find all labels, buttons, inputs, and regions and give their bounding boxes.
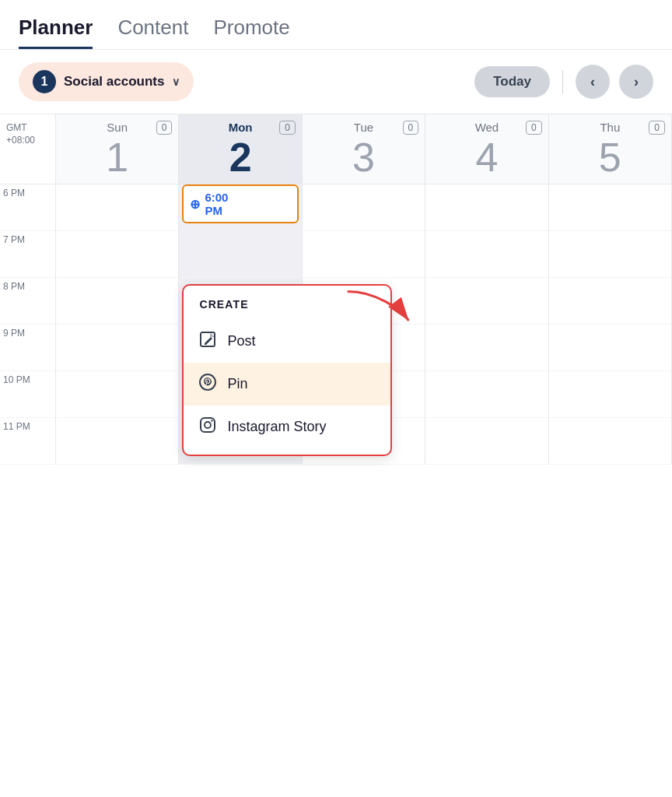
time-slot-11pm: 11 PM [0,418,55,465]
calendar-header: GMT+08:00 Sun 0 1 Mon 0 2 Tue 0 3 Wed 0 … [0,114,672,184]
red-arrow [333,286,426,332]
time-label-11pm: 11 PM [3,421,30,432]
time-slot-9pm: 9 PM [0,325,55,371]
day-header-tue: Tue 0 3 [303,114,425,184]
day-name-sun: Sun [107,121,128,134]
day-count-sun: 0 [156,121,173,135]
chevron-down-icon: ∨ [172,75,180,88]
pinterest-icon [199,374,216,395]
time-slot-6pm: 6 PM [0,184,55,231]
day-count-mon: 0 [279,121,296,135]
day-header-thu: Thu 0 5 [549,114,672,184]
day-number-tue: 3 [352,137,375,177]
time-slot-10pm: 10 PM [0,371,55,418]
social-accounts-count: 1 [33,70,56,93]
svg-point-3 [205,422,211,428]
tab-planner[interactable]: Planner [19,16,93,49]
prev-button[interactable]: ‹ [576,65,610,99]
today-button[interactable]: Today [474,66,550,97]
day-count-wed: 0 [526,121,542,135]
day-number-sun: 1 [106,137,128,177]
event-plus-icon: ⊕ [190,197,200,212]
tab-content[interactable]: Content [117,16,188,49]
day-number-thu: 5 [599,137,621,177]
day-column-mon: ⊕ 6:00PM CREATE [179,184,302,465]
next-button[interactable]: › [619,65,653,99]
toolbar-divider [562,70,563,93]
time-label-6pm: 6 PM [3,188,25,198]
day-header-wed: Wed 0 4 [425,114,548,184]
day-column-wed [425,184,548,465]
menu-item-instagram-story-label: Instagram Story [227,419,326,435]
day-count-tue: 0 [403,121,419,135]
calendar-body: 6 PM 7 PM 8 PM 9 PM 10 PM 11 PM [0,184,672,465]
menu-item-instagram-story[interactable]: Instagram Story [184,406,390,448]
time-slot-8pm: 8 PM [0,278,55,325]
day-name-tue: Tue [354,121,373,134]
social-accounts-button[interactable]: 1 Social accounts ∨ [19,62,194,101]
menu-item-pin[interactable]: Pin [184,363,390,406]
day-header-mon: Mon 0 2 [179,114,302,184]
svg-rect-0 [201,332,215,346]
menu-item-post-label: Post [227,333,255,349]
event-block-6pm[interactable]: ⊕ 6:00PM [182,184,298,223]
time-label-9pm: 9 PM [3,328,25,339]
tab-promote[interactable]: Promote [213,16,289,49]
header-tabs: Planner Content Promote [0,0,672,50]
day-header-sun: Sun 0 1 [56,114,179,184]
day-name-thu: Thu [600,121,620,134]
day-number-wed: 4 [475,137,498,177]
gmt-label: GMT+08:00 [0,114,56,184]
calendar: GMT+08:00 Sun 0 1 Mon 0 2 Tue 0 3 Wed 0 … [0,114,672,465]
day-number-mon: 2 [229,137,252,177]
instagram-icon [199,416,216,437]
days-grid: ⊕ 6:00PM CREATE [56,184,672,465]
svg-point-4 [212,420,213,421]
time-label-10pm: 10 PM [3,374,30,385]
day-count-thu: 0 [649,121,665,135]
day-column-sun [56,184,179,465]
time-label-7pm: 7 PM [3,234,25,245]
day-column-thu [549,184,672,465]
toolbar: 1 Social accounts ∨ Today ‹ › [0,50,672,114]
menu-item-pin-label: Pin [227,376,247,392]
post-icon [199,331,216,352]
day-name-wed: Wed [475,121,499,134]
social-accounts-label: Social accounts [64,74,164,90]
time-gutter: 6 PM 7 PM 8 PM 9 PM 10 PM 11 PM [0,184,56,465]
time-label-8pm: 8 PM [3,281,25,292]
day-name-mon: Mon [229,121,253,134]
time-slot-7pm: 7 PM [0,231,55,278]
event-time: 6:00PM [205,191,228,217]
